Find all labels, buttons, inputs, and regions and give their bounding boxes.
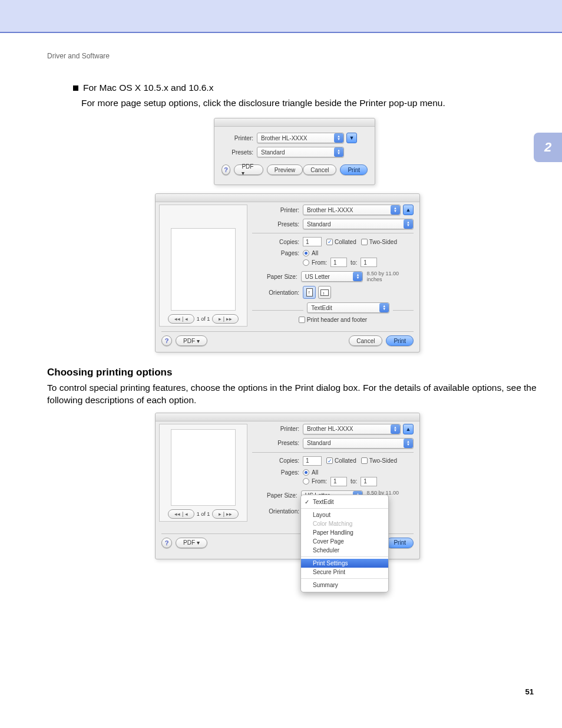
print-dialog-collapsed: Printer: Brother HL-XXXX ▲▼ ▼ Presets: S… (214, 118, 375, 185)
printer-label: Printer: (252, 426, 303, 432)
menu-item-layout[interactable]: Layout (301, 510, 388, 519)
two-sided-checkbox[interactable]: Two-Sided (361, 457, 397, 464)
pages-from-radio[interactable]: From: (303, 478, 327, 485)
printer-select[interactable]: Brother HL-XXXX ▲▼ (303, 424, 401, 434)
disclosure-triangle-button[interactable]: ▲ (403, 205, 414, 215)
page-indicator: 1 of 1 (197, 316, 210, 322)
prev-page-button[interactable]: ◂◂ | ◂ (168, 509, 194, 519)
collated-checkbox[interactable]: ✓Collated (326, 239, 356, 245)
page-number: 51 (525, 687, 534, 696)
menu-item-paper-handling[interactable]: Paper Handling (301, 528, 388, 537)
menu-item-print-settings[interactable]: Print Settings (301, 559, 388, 568)
help-button[interactable]: ? (161, 538, 172, 548)
print-header-footer-checkbox[interactable]: Print header and footer (299, 317, 367, 323)
help-button[interactable]: ? (161, 335, 172, 346)
dropdown-arrows-icon: ▲▼ (379, 303, 389, 312)
presets-select[interactable]: Standard ▲▼ (257, 147, 344, 157)
orientation-label: Orientation: (252, 289, 303, 296)
presets-label: Presets: (222, 149, 257, 156)
presets-label: Presets: (252, 440, 303, 446)
dropdown-arrows-icon: ▲▼ (334, 147, 343, 157)
print-button[interactable]: Print (340, 164, 368, 175)
to-field[interactable]: 1 (361, 477, 377, 486)
orientation-landscape-button[interactable]: ↑ (318, 286, 331, 299)
menu-item-cover-page[interactable]: Cover Page (301, 537, 388, 546)
section-body: To control special printing features, ch… (47, 382, 542, 407)
paper-size-label: Paper Size: (252, 492, 301, 499)
menu-item-color-matching[interactable]: Color Matching (301, 519, 388, 528)
print-button[interactable]: Print (386, 538, 414, 548)
section-select[interactable]: TextEdit ▲▼ (307, 302, 389, 313)
from-field[interactable]: 1 (330, 258, 347, 267)
preview-button[interactable]: Preview (267, 164, 303, 175)
dropdown-arrows-icon: ▲▼ (404, 219, 413, 229)
pages-all-radio[interactable]: All (303, 469, 318, 476)
collated-checkbox[interactable]: ✓Collated (326, 457, 356, 464)
print-preview-pane: ◂◂ | ◂ 1 of 1 ▸ | ▸▸ (159, 424, 247, 522)
square-bullet-icon (73, 85, 78, 91)
help-button[interactable]: ? (222, 164, 230, 175)
to-label: to: (351, 259, 357, 266)
cancel-button[interactable]: Cancel (303, 164, 336, 175)
page-indicator: 1 of 1 (197, 511, 210, 517)
body-text: For more page setup options, click the d… (81, 98, 542, 108)
printer-select[interactable]: Brother HL-XXXX ▲▼ (303, 205, 401, 215)
menu-item-secure-print[interactable]: Secure Print (301, 568, 388, 577)
dropdown-arrows-icon: ▲▼ (404, 439, 413, 448)
to-field[interactable]: 1 (361, 258, 377, 267)
pdf-menu-button[interactable]: PDF ▾ (176, 335, 207, 346)
cancel-button[interactable]: Cancel (349, 335, 382, 346)
paper-size-label: Paper Size: (252, 274, 301, 280)
dropdown-arrows-icon: ▲▼ (391, 205, 400, 215)
section-popup-menu: TextEdit Layout Color Matching Paper Han… (300, 495, 389, 592)
orientation-label: Orientation: (252, 508, 303, 515)
pages-label: Pages: (252, 469, 303, 476)
pdf-menu-button[interactable]: PDF ▾ (176, 538, 207, 548)
print-dialog-with-menu: ◂◂ | ◂ 1 of 1 ▸ | ▸▸ Printer: Brother HL… (155, 413, 420, 559)
two-sided-checkbox[interactable]: Two-Sided (361, 239, 397, 245)
dropdown-arrows-icon: ▲▼ (391, 424, 400, 434)
pages-all-radio[interactable]: All (303, 250, 318, 256)
menu-item-scheduler[interactable]: Scheduler (301, 546, 388, 555)
printer-label: Printer: (252, 207, 303, 213)
from-field[interactable]: 1 (330, 477, 347, 486)
to-label: to: (351, 478, 357, 485)
next-page-button[interactable]: ▸ | ▸▸ (212, 314, 238, 324)
prev-page-button[interactable]: ◂◂ | ◂ (168, 314, 194, 324)
paper-dimensions: 8.50 by 11.00 inches (366, 271, 414, 282)
printer-select[interactable]: Brother HL-XXXX ▲▼ (257, 133, 344, 143)
printer-label: Printer: (222, 135, 257, 141)
copies-field[interactable]: 1 (303, 456, 322, 466)
presets-select[interactable]: Standard ▲▼ (303, 219, 414, 229)
dropdown-arrows-icon: ▲▼ (334, 133, 343, 143)
breadcrumb: Driver and Software (47, 52, 110, 60)
presets-label: Presets: (252, 221, 303, 228)
print-preview-pane: ◂◂ | ◂ 1 of 1 ▸ | ▸▸ (159, 205, 247, 327)
dropdown-arrows-icon: ▲▼ (353, 272, 362, 281)
copies-label: Copies: (252, 239, 303, 245)
disclosure-triangle-button[interactable]: ▲ (403, 424, 414, 434)
copies-field[interactable]: 1 (303, 237, 322, 246)
presets-select[interactable]: Standard ▲▼ (303, 438, 414, 449)
menu-item-summary[interactable]: Summary (301, 581, 388, 589)
disclosure-triangle-button[interactable]: ▼ (346, 133, 357, 143)
section-heading: Choosing printing options (47, 367, 542, 378)
pdf-menu-button[interactable]: PDF ▾ (234, 164, 263, 175)
pages-label: Pages: (252, 250, 303, 256)
bullet-heading: For Mac OS X 10.5.x and 10.6.x (73, 83, 542, 93)
menu-item-textedit[interactable]: TextEdit (301, 498, 388, 506)
pages-from-radio[interactable]: From: (303, 259, 327, 266)
copies-label: Copies: (252, 457, 303, 464)
print-dialog-expanded: ◂◂ | ◂ 1 of 1 ▸ | ▸▸ Printer: Brother HL… (155, 193, 420, 353)
page-header-band (0, 0, 562, 33)
paper-size-select[interactable]: US Letter ▲▼ (301, 271, 363, 282)
print-button[interactable]: Print (386, 335, 414, 346)
next-page-button[interactable]: ▸ | ▸▸ (212, 509, 238, 519)
orientation-portrait-button[interactable]: ↑ (303, 286, 316, 299)
